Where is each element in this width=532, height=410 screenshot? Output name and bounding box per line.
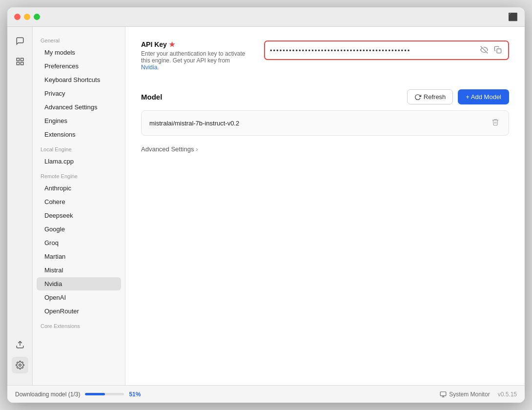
api-key-section: API Key ★ Enter your authentication key …: [141, 41, 509, 76]
sidebar-item-openai[interactable]: OpenAI: [37, 291, 121, 304]
sidebar-item-privacy[interactable]: Privacy: [37, 87, 121, 100]
system-monitor-label: System Monitor: [449, 391, 490, 398]
refresh-button[interactable]: Refresh: [407, 89, 453, 104]
main-content: API Key ★ Enter your authentication key …: [125, 27, 525, 385]
svg-rect-8: [440, 391, 446, 395]
bottom-bar: Downloading model (1/3) 51% System Monit…: [7, 385, 525, 403]
svg-rect-0: [17, 58, 19, 61]
close-button[interactable]: [14, 14, 20, 20]
download-info: Downloading model (1/3) 51%: [15, 391, 141, 398]
bottom-right: System Monitor v0.5.15: [440, 391, 517, 398]
model-section-title: Model: [141, 93, 162, 101]
api-key-icons: [479, 44, 503, 57]
app-window: ⬛: [7, 7, 525, 403]
system-monitor[interactable]: System Monitor: [440, 391, 490, 398]
svg-rect-2: [17, 62, 19, 65]
model-header: Model Refresh + Add Model: [141, 89, 509, 104]
settings-icon: [16, 361, 24, 369]
sidebar-item-preferences[interactable]: Preferences: [37, 60, 121, 73]
sidebar-item-engines[interactable]: Engines: [37, 114, 121, 127]
svg-rect-7: [497, 49, 501, 53]
sidebar-item-extensions[interactable]: Extensions: [37, 128, 121, 141]
titlebar-icon: ⬛: [508, 12, 518, 21]
copy-icon[interactable]: [492, 44, 503, 57]
svg-rect-3: [20, 62, 23, 65]
sidebar-item-nvidia[interactable]: Nvidia: [37, 277, 121, 290]
core-extensions-section-label: Core Extensions: [33, 318, 125, 331]
sidebar-item-advanced-settings[interactable]: Advanced Settings: [37, 101, 121, 114]
sidebar-item-keyboard-shortcuts[interactable]: Keyboard Shortcuts: [37, 73, 121, 86]
import-icon: [16, 340, 24, 349]
sidebar-item-groq[interactable]: Groq: [37, 236, 121, 249]
sidebar-item-my-models[interactable]: My models: [37, 46, 121, 59]
import-icon-btn[interactable]: [12, 336, 28, 353]
sidebar-item-openrouter[interactable]: OpenRouter: [37, 305, 121, 318]
sidebar-item-anthropic[interactable]: Anthropic: [37, 182, 121, 195]
icon-bar-bottom: [12, 336, 28, 379]
titlebar: ⬛: [7, 7, 525, 27]
refresh-icon: [414, 94, 421, 101]
model-section: Model Refresh + Add Model: [141, 89, 509, 158]
model-row: mistralai/mistral-7b-instruct-v0.2: [141, 110, 509, 136]
maximize-button[interactable]: [34, 14, 40, 20]
local-engine-section-label: Local Engine: [33, 142, 125, 154]
grid-icon-btn[interactable]: [12, 53, 28, 70]
progress-pct: 51%: [129, 391, 141, 398]
version-label: v0.5.15: [498, 391, 517, 398]
api-key-title: API Key ★: [141, 41, 248, 48]
chevron-right-icon: ›: [196, 146, 198, 153]
chat-icon-btn[interactable]: [12, 33, 28, 49]
progress-bar-bg: [85, 393, 124, 395]
nvidia-link[interactable]: Nvidia.: [141, 64, 159, 71]
svg-rect-1: [20, 58, 23, 61]
delete-model-icon[interactable]: [490, 117, 501, 129]
api-key-input-row: [264, 41, 509, 60]
api-key-input[interactable]: [270, 47, 479, 54]
model-actions: Refresh + Add Model: [407, 89, 509, 104]
sidebar-item-martian[interactable]: Martian: [37, 250, 121, 263]
advanced-settings-row[interactable]: Advanced Settings ›: [141, 136, 509, 158]
sidebar: General My models Preferences Keyboard S…: [33, 27, 125, 385]
toggle-visibility-icon[interactable]: [479, 44, 490, 57]
api-key-desc: Enter your authentication key to activat…: [141, 50, 248, 71]
advanced-settings-label: Advanced Settings: [141, 145, 194, 153]
progress-bar-fill: [85, 393, 105, 395]
svg-point-5: [19, 364, 21, 367]
grid-icon: [16, 57, 24, 66]
settings-icon-btn[interactable]: [12, 357, 28, 373]
sidebar-item-google[interactable]: Google: [37, 223, 121, 236]
add-model-button[interactable]: + Add Model: [458, 89, 509, 104]
minimize-button[interactable]: [24, 14, 30, 20]
download-text: Downloading model (1/3): [15, 391, 80, 398]
required-marker: ★: [169, 41, 175, 48]
sidebar-item-cohere[interactable]: Cohere: [37, 195, 121, 208]
sidebar-item-llama-cpp[interactable]: Llama.cpp: [37, 155, 121, 168]
monitor-icon: [440, 391, 447, 398]
model-name: mistralai/mistral-7b-instruct-v0.2: [149, 120, 239, 127]
sidebar-item-deepseek[interactable]: Deepseek: [37, 209, 121, 222]
icon-bar: [7, 27, 33, 385]
sidebar-item-mistral[interactable]: Mistral: [37, 264, 121, 277]
traffic-lights: [14, 14, 40, 20]
remote-engine-section-label: Remote Engine: [33, 168, 125, 181]
chat-icon: [16, 37, 24, 45]
general-section-label: General: [33, 33, 125, 45]
app-body: General My models Preferences Keyboard S…: [7, 27, 525, 385]
